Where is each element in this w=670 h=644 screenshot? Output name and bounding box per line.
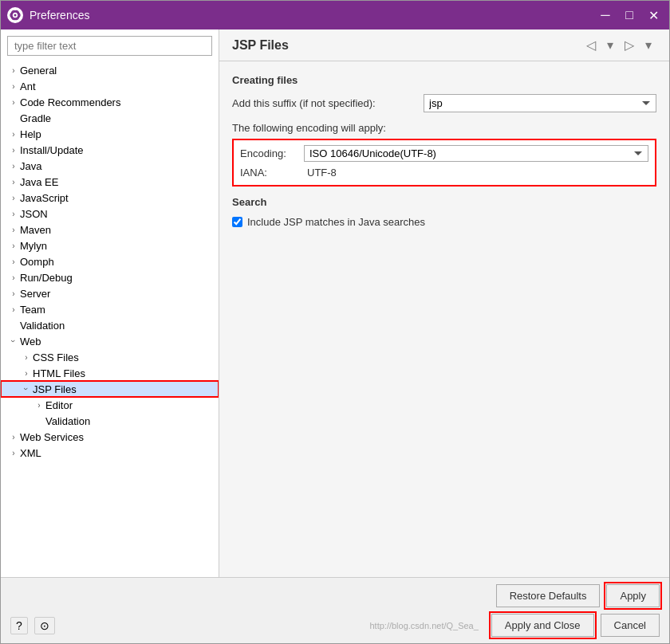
footer-icons: ? ⊙	[10, 617, 55, 634]
sidebar-item-gradle[interactable]: › Gradle	[1, 110, 219, 126]
arrow-icon: ›	[7, 303, 20, 316]
creating-files-section: Creating files	[232, 74, 656, 86]
sidebar-item-label: Install/Update	[20, 144, 84, 156]
sidebar-item-label: Editor	[45, 399, 73, 411]
sidebar-item-label: CSS Files	[33, 351, 79, 363]
arrow-icon: ›	[20, 351, 33, 363]
sidebar-item-label: Validation	[20, 320, 65, 332]
checkbox-label: Include JSP matches in Java searches	[247, 216, 425, 228]
arrow-icon: ›	[20, 367, 33, 379]
preferences-button[interactable]: ⊙	[34, 617, 55, 634]
sidebar-item-label: JSP Files	[33, 383, 77, 395]
arrow-icon: ›	[7, 80, 20, 92]
full-bottom-bar: Restore Defaults Apply ? ⊙ http://blog.c…	[1, 577, 669, 643]
arrow-icon: ›	[7, 239, 20, 252]
sidebar-item-label: Help	[20, 128, 41, 140]
sidebar-item-java-ee[interactable]: › Java EE	[1, 174, 219, 190]
sidebar-item-label: Ant	[20, 80, 36, 92]
arrow-icon: ›	[7, 64, 20, 77]
apply-close-button[interactable]: Apply and Close	[491, 614, 594, 637]
title-bar-text: Preferences	[30, 9, 596, 22]
sidebar-item-team[interactable]: › Team	[1, 301, 219, 317]
forward-dropdown-button[interactable]: ▾	[640, 36, 656, 54]
sidebar-item-label: General	[20, 65, 57, 77]
panel-title: JSP Files	[232, 38, 289, 53]
jsp-matches-checkbox[interactable]	[232, 217, 242, 227]
suffix-control-wrapper: jsp	[424, 94, 656, 112]
sidebar-item-editor[interactable]: › Editor	[1, 397, 219, 413]
sidebar-item-label: Validation	[45, 415, 90, 427]
iana-label: IANA:	[240, 167, 304, 179]
watermark-text: http://blog.csdn.net/Q_Sea_	[363, 619, 484, 632]
sidebar-item-label: Oomph	[20, 256, 54, 268]
bottom-row-1: Restore Defaults Apply	[1, 578, 669, 611]
arrow-icon: ›	[33, 399, 45, 411]
forward-button[interactable]: ▷	[620, 36, 639, 54]
sidebar-item-server[interactable]: › Server	[1, 285, 219, 301]
sidebar-item-html-files[interactable]: › HTML Files	[1, 365, 219, 381]
app-icon	[7, 7, 23, 23]
encoding-label: Encoding:	[240, 147, 304, 159]
arrow-icon: ›	[7, 175, 20, 188]
svg-point-3	[14, 14, 17, 17]
sidebar-item-mylyn[interactable]: › Mylyn	[1, 238, 219, 253]
restore-defaults-button[interactable]: Restore Defaults	[496, 584, 601, 607]
arrow-icon: ›	[7, 96, 20, 108]
preferences-window: Preferences ─ □ ✕ › General › Ant	[0, 0, 670, 644]
arrow-icon: ›	[7, 430, 20, 443]
suffix-row: Add this suffix (if not specified): jsp	[232, 94, 656, 112]
sidebar-item-maven[interactable]: › Maven	[1, 222, 219, 238]
arrow-icon: ›	[7, 191, 20, 204]
search-section-title: Search	[232, 196, 656, 208]
arrow-icon: ›	[7, 255, 20, 268]
sidebar-item-label: Mylyn	[20, 240, 47, 252]
minimize-button[interactable]: ─	[596, 6, 615, 25]
sidebar-item-label: JSON	[20, 208, 48, 220]
search-section: Search Include JSP matches in Java searc…	[232, 196, 656, 228]
encoding-section: The following encoding will apply: Encod…	[232, 122, 656, 187]
sidebar-item-xml[interactable]: › XML	[1, 445, 219, 461]
sidebar-item-web-services[interactable]: › Web Services	[1, 429, 219, 445]
cancel-button[interactable]: Cancel	[601, 614, 660, 637]
iana-row: IANA: UTF-8	[240, 165, 648, 180]
sidebar-item-label: Run/Debug	[20, 272, 73, 284]
sidebar-item-code-recommenders[interactable]: › Code Recommenders	[1, 94, 219, 110]
sidebar-item-label: Server	[20, 288, 50, 300]
sidebar-item-javascript[interactable]: › JavaScript	[1, 190, 219, 206]
sidebar-item-label: JavaScript	[20, 192, 69, 204]
sidebar-item-ant[interactable]: › Ant	[1, 78, 219, 94]
arrow-icon: ›	[7, 207, 20, 220]
sidebar-item-help[interactable]: › Help	[1, 126, 219, 142]
arrow-icon: ›	[7, 271, 20, 284]
back-button[interactable]: ◁	[581, 36, 601, 54]
suffix-select[interactable]: jsp	[424, 94, 656, 112]
back-dropdown-button[interactable]: ▾	[602, 36, 618, 54]
arrow-icon: ›	[7, 128, 20, 140]
tree: › General › Ant › Code Recommenders › Gr…	[1, 62, 219, 577]
maximize-button[interactable]: □	[620, 6, 639, 25]
panel-header: JSP Files ◁ ▾ ▷ ▾	[219, 29, 669, 61]
sidebar-item-web[interactable]: › Web	[1, 333, 219, 349]
sidebar-item-json[interactable]: › JSON	[1, 206, 219, 222]
sidebar-item-oomph[interactable]: › Oomph	[1, 253, 219, 269]
sidebar-item-validation-web[interactable]: › Validation	[1, 413, 219, 429]
panel-content: Creating files Add this suffix (if not s…	[219, 61, 669, 577]
sidebar-item-label: Maven	[20, 224, 51, 236]
sidebar-item-run-debug[interactable]: › Run/Debug	[1, 269, 219, 285]
sidebar-item-validation[interactable]: › Validation	[1, 317, 219, 333]
filter-input[interactable]	[7, 36, 212, 56]
arrow-icon: ›	[20, 383, 33, 395]
sidebar: › General › Ant › Code Recommenders › Gr…	[1, 29, 219, 577]
sidebar-item-general[interactable]: › General	[1, 62, 219, 78]
sidebar-item-install-update[interactable]: › Install/Update	[1, 142, 219, 158]
iana-value: UTF-8	[304, 165, 648, 180]
apply-button[interactable]: Apply	[606, 584, 660, 607]
sidebar-item-jsp-files[interactable]: › JSP Files	[1, 381, 219, 397]
arrow-icon: ›	[7, 335, 20, 348]
encoding-select[interactable]: ISO 10646/Unicode(UTF-8)	[304, 145, 648, 162]
close-button[interactable]: ✕	[644, 6, 663, 25]
help-button[interactable]: ?	[10, 617, 28, 634]
sidebar-item-label: HTML Files	[33, 367, 85, 379]
sidebar-item-css-files[interactable]: › CSS Files	[1, 349, 219, 365]
sidebar-item-java[interactable]: › Java	[1, 158, 219, 174]
